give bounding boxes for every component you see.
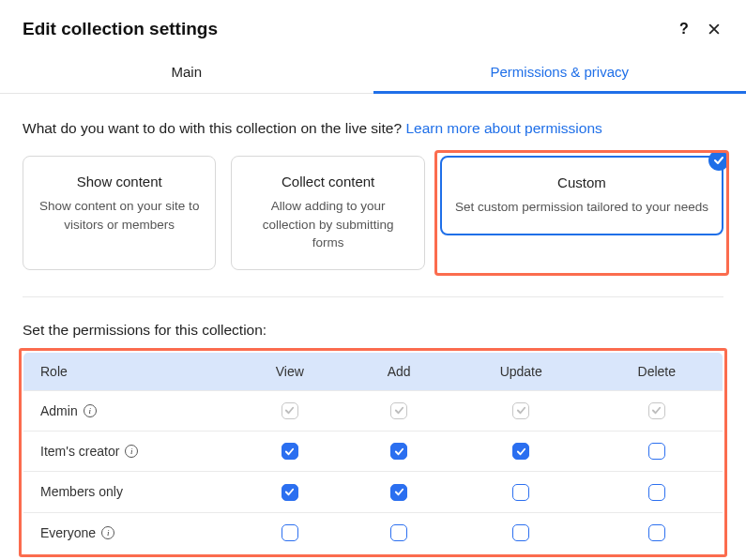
permission-cell: [346, 431, 451, 471]
info-icon[interactable]: i: [125, 445, 138, 458]
learn-more-link[interactable]: Learn more about permissions: [405, 120, 601, 136]
table-header-row: Role View Add Update Delete: [23, 352, 723, 390]
help-icon[interactable]: ?: [675, 20, 693, 38]
table-row: Admin i: [23, 390, 723, 431]
check-badge-icon: [708, 150, 729, 171]
permission-cell: [233, 472, 346, 512]
card-desc: Set custom permission tailored to your n…: [455, 198, 708, 217]
col-role: Role: [23, 352, 234, 390]
checkbox-checked[interactable]: [282, 484, 298, 501]
checkbox-locked: [512, 402, 529, 419]
col-update: Update: [451, 352, 591, 390]
question-text: What do you want to do with this collect…: [23, 120, 723, 137]
col-add: Add: [346, 352, 451, 390]
role-cell: Everyone i: [40, 525, 216, 540]
question-label: What do you want to do with this collect…: [23, 120, 405, 136]
permission-cell: [591, 431, 723, 471]
permission-cell: [451, 512, 591, 552]
card-title: Custom: [455, 174, 708, 190]
card-show-content[interactable]: Show content Show content on your site t…: [23, 156, 216, 270]
checkbox-checked[interactable]: [390, 484, 407, 501]
dialog-title: Edit collection settings: [23, 19, 663, 39]
checkbox-locked: [648, 402, 665, 419]
table-row: Item's creator i: [23, 431, 723, 471]
card-desc: Show content on your site to visitors or…: [37, 197, 202, 234]
card-custom[interactable]: Custom Set custom permission tailored to…: [440, 156, 723, 235]
permission-cell: [233, 431, 346, 471]
checkbox-empty[interactable]: [648, 443, 665, 460]
tab-permissions[interactable]: Permissions & privacy: [373, 51, 747, 93]
permission-cell: [591, 472, 723, 512]
info-icon[interactable]: i: [101, 526, 114, 539]
checkbox-empty[interactable]: [512, 484, 529, 501]
checkbox-empty[interactable]: [512, 524, 529, 541]
permission-cell: [233, 512, 346, 552]
col-view: View: [233, 352, 346, 390]
checkbox-checked[interactable]: [282, 443, 298, 460]
tab-main[interactable]: Main: [0, 51, 373, 93]
permission-cell: [591, 390, 723, 431]
role-label: Members only: [40, 484, 123, 499]
col-delete: Delete: [591, 352, 723, 390]
permission-cell: [233, 390, 346, 431]
permissions-table: Role View Add Update Delete Admin iItem'…: [23, 352, 723, 553]
permission-cell: [451, 431, 591, 471]
checkbox-empty[interactable]: [648, 484, 665, 501]
role-label: Everyone: [40, 525, 96, 540]
card-title: Show content: [37, 174, 202, 189]
card-collect-content[interactable]: Collect content Allow adding to your col…: [231, 156, 424, 270]
table-row: Members only: [23, 472, 723, 512]
checkbox-locked: [390, 402, 407, 419]
info-icon[interactable]: i: [84, 404, 97, 417]
role-label: Admin: [40, 403, 78, 418]
table-row: Everyone i: [23, 512, 723, 552]
checkbox-checked[interactable]: [512, 443, 529, 460]
dialog-header: Edit collection settings ?: [0, 0, 746, 51]
permission-cell: [346, 472, 451, 512]
permission-cell: [346, 512, 451, 552]
role-cell: Item's creator i: [40, 444, 216, 459]
checkbox-locked: [282, 402, 298, 419]
permissions-heading: Set the permissions for this collection:: [23, 322, 723, 339]
card-desc: Allow adding to your collection by submi…: [245, 197, 410, 252]
permission-cell: [346, 390, 451, 431]
permission-cell: [451, 472, 591, 512]
checkbox-empty[interactable]: [390, 524, 407, 541]
checkbox-empty[interactable]: [648, 524, 665, 541]
permission-cell: [591, 512, 723, 552]
role-label: Item's creator: [40, 444, 119, 459]
checkbox-checked[interactable]: [390, 443, 407, 460]
permission-mode-cards: Show content Show content on your site t…: [23, 156, 723, 297]
role-cell: Members only: [40, 484, 216, 499]
permission-cell: [451, 390, 591, 431]
checkbox-empty[interactable]: [282, 524, 298, 541]
role-cell: Admin i: [40, 403, 216, 418]
card-title: Collect content: [245, 174, 410, 189]
tabs: Main Permissions & privacy: [0, 51, 746, 94]
close-icon[interactable]: [705, 20, 723, 38]
